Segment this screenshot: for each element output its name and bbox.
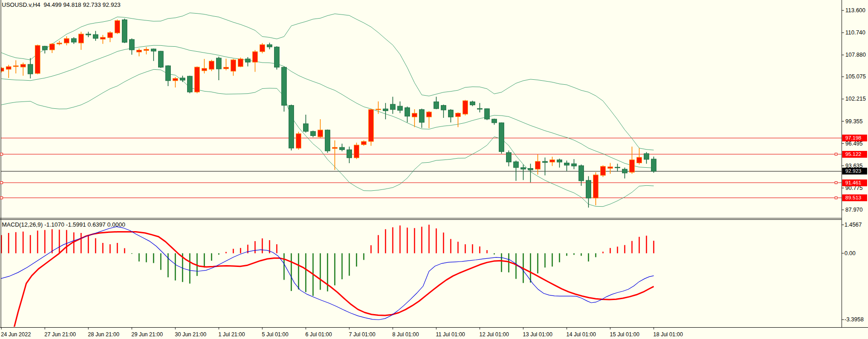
- time-axis-label: 11 Jul 01:00: [436, 331, 465, 338]
- candle-bear: [188, 76, 193, 92]
- candle-bear: [521, 168, 526, 169]
- macd-axis-label: 0.00: [844, 250, 855, 257]
- candle-bear: [506, 153, 511, 162]
- candle-bull: [318, 130, 323, 137]
- price-axis-label: 99.355: [845, 118, 863, 125]
- candle-bull: [412, 113, 417, 117]
- candle-bear: [405, 108, 410, 116]
- price-axis-label: 105.075: [845, 73, 866, 80]
- candle-bull: [21, 64, 26, 67]
- candle-bear: [579, 165, 584, 180]
- level-price-tag: 89.513: [842, 194, 867, 201]
- line-handle-left[interactable]: [0, 182, 3, 184]
- candle-bull: [535, 161, 540, 169]
- time-axis-label: 27 Jun 21:00: [44, 331, 76, 338]
- candle-bull: [108, 33, 113, 38]
- level-price-tag: 91.461: [842, 179, 867, 186]
- time-axis-label: 18 Jul 01:00: [653, 331, 683, 338]
- candle-bear: [470, 102, 475, 105]
- candle-bull: [35, 45, 40, 73]
- candle-bear: [622, 169, 627, 173]
- candle-bull: [238, 59, 243, 67]
- candle-bear: [282, 67, 287, 105]
- candle-bear: [448, 110, 453, 117]
- candle-bear: [383, 109, 388, 111]
- price-axis-label: 87.970: [845, 207, 863, 213]
- candle-bear: [420, 110, 424, 122]
- line-handle-left[interactable]: [0, 153, 3, 155]
- line-handle-left[interactable]: [0, 197, 3, 199]
- candle-bear: [72, 39, 77, 42]
- current-price-tag: 92.923: [842, 168, 867, 174]
- line-handle-right[interactable]: [835, 182, 837, 184]
- candle-bull: [202, 68, 207, 71]
- candle-bear: [564, 163, 569, 165]
- candle-bear: [499, 123, 504, 152]
- candle-bear: [543, 161, 548, 163]
- level-price-tag: 95.122: [842, 151, 867, 158]
- candle-bear: [434, 102, 439, 109]
- candle-bull: [195, 67, 200, 92]
- candle-bear: [485, 109, 490, 119]
- candle-bull: [427, 112, 432, 117]
- candle-bull: [333, 147, 338, 149]
- time-axis-label: 14 Jul 01:00: [566, 331, 596, 338]
- price-axis-label: 113.600: [845, 7, 865, 14]
- candle-bull: [173, 78, 178, 81]
- candle-bull: [79, 34, 84, 43]
- candle-bear: [43, 46, 48, 50]
- candle-bear: [180, 78, 185, 80]
- candle-bull: [115, 20, 120, 33]
- candle-bear: [477, 108, 482, 109]
- candle-bear: [441, 105, 446, 110]
- candle-bull: [253, 52, 258, 62]
- candle-bull: [137, 50, 142, 52]
- candle-bear: [289, 105, 294, 148]
- candle-bear: [217, 58, 222, 69]
- candle-bull: [14, 66, 19, 67]
- candle-bear: [28, 64, 33, 74]
- candle-bull: [296, 134, 301, 148]
- candle-bear: [492, 119, 497, 123]
- price-axis-label: 107.880: [845, 52, 866, 58]
- line-handle-right[interactable]: [835, 197, 837, 199]
- candle-bear: [340, 147, 345, 150]
- candle-bull: [637, 157, 642, 163]
- candle-bear: [267, 45, 272, 47]
- candle-bear: [391, 104, 395, 110]
- candle-bull: [362, 141, 366, 145]
- candle-bear: [651, 159, 656, 171]
- candle-bull: [0, 68, 4, 71]
- candle-bull: [369, 110, 374, 141]
- candle-bear: [557, 160, 562, 162]
- macd-main-line: [0, 227, 654, 320]
- candle-bull: [224, 67, 229, 68]
- price-axis-label: 110.740: [845, 29, 865, 36]
- candle-bear: [615, 167, 620, 168]
- candle-bear: [159, 51, 164, 67]
- candle-bull: [231, 60, 236, 71]
- time-axis-label: 30 Jun 21:00: [175, 331, 206, 338]
- candle-bear: [325, 130, 330, 151]
- time-axis-label: 28 Jun 21:00: [88, 331, 119, 338]
- candle-bear: [275, 47, 280, 68]
- time-axis-label: 7 Jul 01:00: [349, 331, 376, 338]
- candle-bull: [354, 145, 359, 158]
- candle-bull: [57, 43, 62, 44]
- candle-bear: [347, 150, 352, 158]
- candle-bull: [101, 37, 106, 39]
- line-handle-right[interactable]: [835, 153, 837, 155]
- candle-bear: [572, 164, 577, 166]
- candle-bull: [463, 101, 468, 114]
- candle-bear: [644, 154, 649, 160]
- candle-bull: [608, 167, 613, 168]
- candle-bear: [586, 180, 591, 198]
- chart-canvas[interactable]: [0, 0, 868, 339]
- candle-bear: [304, 124, 309, 131]
- candle-bull: [593, 175, 598, 198]
- chart-title: USOUSD.v,H4 94.499 94.818 92.733 92.923: [2, 1, 121, 8]
- candle-bear: [166, 66, 171, 81]
- candle-bear: [514, 162, 519, 168]
- time-axis-label: 5 Jul 01:00: [262, 331, 289, 338]
- candle-bull: [630, 160, 635, 172]
